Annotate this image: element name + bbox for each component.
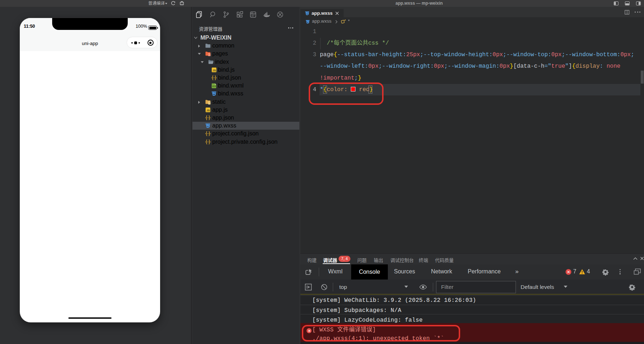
svg-text:JS: JS <box>213 69 216 72</box>
svg-text:JS: JS <box>207 109 210 112</box>
